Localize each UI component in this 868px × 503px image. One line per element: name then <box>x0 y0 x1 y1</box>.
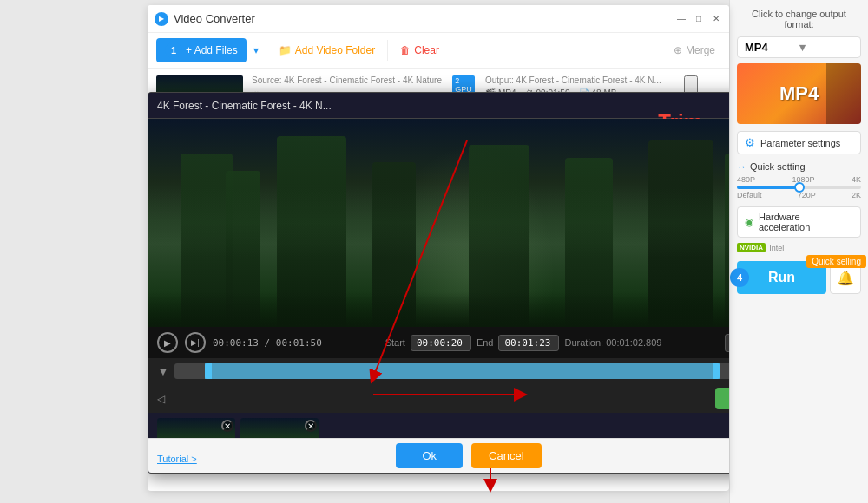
trim-dialog: 4K Forest - Cinematic Forest - 4K N... ✕… <box>148 92 729 474</box>
clear-label: Clear <box>414 44 439 56</box>
slider-thumb[interactable] <box>794 182 805 193</box>
merge-button[interactable]: ⊕ Merge <box>668 42 720 59</box>
app-title: Video Converter <box>174 12 675 25</box>
mp4-preview-label: MP4 <box>779 82 819 105</box>
maximize-button[interactable]: □ <box>693 13 705 25</box>
mp4-preview: MP4 <box>737 63 861 124</box>
trim-timeline[interactable]: ▼ <box>148 358 729 384</box>
clear-button[interactable]: 🗑 Clear <box>395 42 444 59</box>
hw-accel-label: Hardware acceleration <box>759 212 853 232</box>
frame-advance-button[interactable]: ▶| <box>185 332 206 353</box>
ok-button[interactable]: Ok <box>396 443 463 468</box>
quick-selling-badge: Quick selling <box>806 255 866 268</box>
cancel-button[interactable]: Cancel <box>471 443 541 468</box>
film-strip <box>826 63 861 124</box>
timeline-handle-right[interactable] <box>713 363 720 379</box>
add-files-button[interactable]: 1 + Add Files <box>156 38 247 62</box>
timeline-marker: ▼ <box>157 364 169 378</box>
nvidia-logo: NVIDIA <box>737 243 766 252</box>
timeline-track[interactable] <box>174 363 729 379</box>
clip-1-close-button[interactable]: ✕ <box>221 420 233 432</box>
title-bar: Video Converter — □ ✕ <box>148 5 729 33</box>
play-button[interactable]: ▶ <box>157 332 178 353</box>
merge-icon: ⊕ <box>674 44 682 56</box>
format-dropdown-arrow: ▾ <box>799 41 854 54</box>
format-selector[interactable]: MP4 ▾ <box>737 36 861 58</box>
tutorial-link[interactable]: Tutorial > <box>157 454 197 464</box>
start-time-input[interactable] <box>411 335 471 351</box>
video-preview <box>148 119 729 327</box>
add-video-folder-button[interactable]: 📁 Add Video Folder <box>273 42 381 59</box>
main-window: Video Converter — □ ✕ 1 + Add Files ▾ 📁 … <box>148 5 729 491</box>
forest-scene <box>148 119 729 327</box>
add-folder-label: Add Video Folder <box>295 44 376 56</box>
current-time-display: 00:00:13 / 00:01:50 <box>213 337 322 349</box>
output-format-hint: Click to change output format: <box>737 9 861 29</box>
run-badge: 4 <box>730 268 749 287</box>
timeline-handle-left[interactable] <box>205 363 212 379</box>
folder-icon: 📁 <box>279 44 292 56</box>
minimize-button[interactable]: — <box>675 13 687 25</box>
slider-filled <box>737 186 799 189</box>
trim-action-row: ◁ ✂ Trim <box>148 384 729 413</box>
trim-dialog-title: 4K Forest - Cinematic Forest - 4K N... <box>157 100 729 112</box>
reset-button[interactable]: ↺ Reset <box>725 334 729 352</box>
parameter-settings-btn[interactable]: ⚙ Parameter settings <box>737 131 861 154</box>
close-window-button[interactable]: ✕ <box>710 13 722 25</box>
trim-arrow-left: ◁ <box>157 393 165 405</box>
timeline-selected-range <box>205 363 720 379</box>
quick-setting-label: Quick setting <box>737 161 861 172</box>
trim-action-button[interactable]: ✂ Trim <box>715 388 729 409</box>
settings-icon: ⚙ <box>745 136 755 149</box>
add-files-dropdown-arrow[interactable]: ▾ <box>253 44 259 56</box>
start-label: Start <box>385 337 405 348</box>
trim-dialog-header: 4K Forest - Cinematic Forest - 4K N... ✕ <box>148 93 729 119</box>
format-label: MP4 <box>745 41 799 54</box>
res-4k: 4K <box>852 175 861 184</box>
end-time-input[interactable] <box>498 335 559 351</box>
merge-label: Merge <box>686 44 715 56</box>
param-settings-label: Parameter settings <box>760 138 840 148</box>
main-toolbar: 1 + Add Files ▾ 📁 Add Video Folder 🗑 Cle… <box>148 33 729 69</box>
trim-points: Start End Duration: 00:01:02.809 <box>329 335 718 351</box>
duration-display: Duration: 00:01:02.809 <box>564 337 661 348</box>
app-icon <box>155 12 168 26</box>
intel-label: Intel <box>769 244 784 252</box>
window-controls: — □ ✕ <box>675 13 722 25</box>
trash-icon: 🗑 <box>400 44 411 56</box>
right-panel: Click to change output format: MP4 ▾ MP4… <box>729 0 868 503</box>
hw-icon: ◉ <box>745 216 753 228</box>
output-label: Output: 4K Forest - Cinematic Forest - 4… <box>485 75 675 85</box>
add-files-label: + Add Files <box>186 44 238 56</box>
run-label: Run <box>768 270 795 284</box>
toolbar-divider-1 <box>266 40 266 61</box>
add-files-badge: 1 <box>165 42 182 59</box>
res-2k: 2K <box>852 191 861 199</box>
dialog-footer: Tutorial > Ok Cancel <box>148 438 729 473</box>
playback-controls: ▶ ▶| 00:00:13 / 00:01:50 Start End Durat… <box>148 327 729 358</box>
resolution-slider-track[interactable] <box>737 186 861 189</box>
end-label: End <box>477 337 494 348</box>
res-480p: 480P <box>737 175 755 184</box>
hardware-acceleration-btn[interactable]: ◉ Hardware acceleration <box>737 206 861 238</box>
alarm-icon: 🔔 <box>837 270 854 286</box>
res-default: Default <box>737 191 762 199</box>
clip-2-close-button[interactable]: ✕ <box>305 420 317 432</box>
gpu-options-row: NVIDIA Intel <box>737 243 861 252</box>
toolbar-divider-2 <box>387 40 388 61</box>
